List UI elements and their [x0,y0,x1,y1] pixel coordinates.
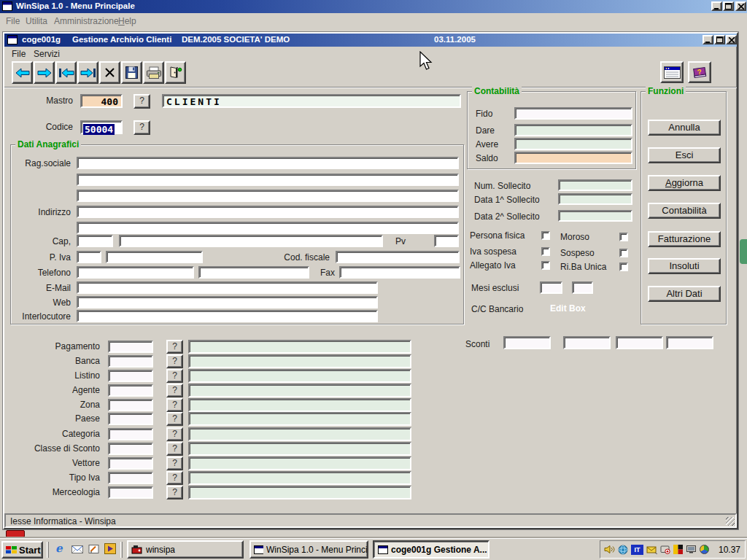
indirizzo-input-2[interactable] [77,222,459,234]
resize-grip[interactable] [726,517,735,526]
fax-input[interactable] [339,266,460,279]
contabilita-button[interactable]: Contabilità [648,203,721,219]
telefono-input-2[interactable] [198,266,309,279]
persona-fisica-checkbox[interactable] [541,231,550,240]
main-menu-file[interactable]: File [6,16,20,26]
cap-input[interactable] [77,235,113,247]
mastro-lookup-button[interactable]: ? [133,94,150,109]
child-menu-file[interactable]: File [12,49,26,59]
pv-input[interactable] [434,235,459,247]
mesi-esclusi-input-2[interactable] [572,281,593,294]
localita-input[interactable] [119,235,383,247]
child-close-button[interactable] [726,35,737,44]
toolbar-last-record-button[interactable] [77,61,98,84]
updates-globe-icon[interactable] [700,545,709,554]
fatturazione-button[interactable]: Fatturazione [648,231,721,247]
classe-di-sconto-input[interactable] [108,443,153,455]
telefono-input-1[interactable] [77,266,194,279]
toolbar-delete-record-button[interactable] [99,61,120,84]
internet-explorer-icon[interactable]: e [55,543,63,554]
sconto-input-3[interactable] [616,336,663,349]
child-minimize-button[interactable] [703,35,713,44]
toolbar-save-button[interactable] [121,61,142,84]
iva-sospesa-checkbox[interactable] [541,247,550,256]
main-close-button[interactable] [735,1,746,11]
sconto-input-4[interactable] [666,336,713,349]
cc-bancario-editbox-label[interactable]: Edit Box [550,303,586,314]
taskbar-separator-2[interactable] [120,542,123,558]
child-menu-servizi[interactable]: Servizi [34,49,60,59]
network-globe-icon[interactable] [618,545,628,555]
categoria-input[interactable] [108,428,153,440]
pagamento-lookup-button[interactable]: ? [166,340,183,354]
start-button[interactable]: Start [1,541,43,559]
merceologia-input[interactable] [108,486,153,499]
task-button-winsipa-menu[interactable]: WinSipa 1.0 - Menu Princi... [249,540,368,559]
altri-dati-button[interactable]: Altri Dati [648,286,721,302]
toolbar-print-button[interactable] [143,61,164,84]
antivirus-flag-icon[interactable] [673,545,683,554]
classe-di-sconto-lookup-button[interactable]: ? [166,442,183,456]
sospeso-checkbox[interactable] [619,249,628,257]
paese-lookup-button[interactable]: ? [166,412,183,426]
desktop-shortcut-icon[interactable] [88,544,100,554]
taskbar-separator-1[interactable] [47,542,49,558]
task-button-winsipa[interactable]: winsipa [127,540,244,559]
fido-input[interactable] [514,107,632,120]
insoluti-button[interactable]: Insoluti [648,258,721,274]
banca-lookup-button[interactable]: ? [166,354,183,368]
aggiorna-button[interactable]: Aggiorna [648,175,721,191]
display-icon[interactable] [686,545,697,554]
moroso-checkbox[interactable] [619,233,628,241]
toolbar-exit-button[interactable] [165,61,186,84]
main-maximize-button[interactable] [723,1,734,11]
task-button-coge001g[interactable]: coge001g Gestione A... [373,540,489,559]
rag-sociale-input-1[interactable] [77,157,459,169]
web-input[interactable] [77,296,378,308]
merceologia-lookup-button[interactable]: ? [166,486,183,499]
tipo-iva-lookup-button[interactable]: ? [166,471,183,485]
interlocutore-input[interactable] [77,310,378,322]
codice-lookup-button[interactable]: ? [133,120,150,135]
zona-lookup-button[interactable]: ? [166,398,183,412]
main-minimize-button[interactable] [711,1,722,11]
categoria-lookup-button[interactable]: ? [166,427,183,441]
toolbar-first-record-button[interactable] [55,61,77,84]
allegato-iva-checkbox[interactable] [541,261,550,270]
agente-lookup-button[interactable]: ? [166,384,183,397]
mail-monitor-icon[interactable] [646,545,657,554]
rag-sociale-input-3[interactable] [77,190,459,202]
banca-input[interactable] [108,355,153,368]
rag-sociale-input-2[interactable] [77,174,459,186]
indirizzo-input-1[interactable] [77,206,459,218]
riba-unica-checkbox[interactable] [619,262,628,271]
sconto-input-1[interactable] [503,336,551,349]
pagamento-input[interactable] [108,341,153,353]
paese-input[interactable] [108,413,153,425]
sconto-input-2[interactable] [563,336,611,349]
main-menu-amministrazione[interactable]: Amministrazione [54,16,119,26]
mesi-esclusi-input-1[interactable] [540,281,562,294]
cod-fiscale-input[interactable] [336,251,460,263]
vettore-input[interactable] [108,457,153,470]
volume-icon[interactable] [604,545,615,554]
language-indicator[interactable]: IT [631,545,643,555]
toolbar-help-button[interactable]: ? [688,61,711,83]
codice-input[interactable]: 50004 [80,120,123,134]
email-input[interactable] [77,281,378,294]
main-menu-help[interactable]: Help [118,16,136,26]
vettore-lookup-button[interactable]: ? [166,456,183,470]
child-maximize-button[interactable] [714,35,725,44]
agente-input[interactable] [108,384,153,397]
zona-input[interactable] [108,399,153,411]
tipo-iva-input[interactable] [108,472,153,484]
mastro-input[interactable]: 400 [80,94,123,108]
piva-input[interactable] [106,251,203,263]
toolbar-grid-view-button[interactable] [660,61,684,83]
toolbar-next-record-button[interactable] [34,61,55,84]
toolbar-previous-record-button[interactable] [12,61,33,84]
piva-prefix-input[interactable] [77,251,101,263]
media-player-icon[interactable] [104,543,116,554]
esci-button[interactable]: Esci [648,147,721,163]
annulla-button[interactable]: Annulla [648,120,721,136]
